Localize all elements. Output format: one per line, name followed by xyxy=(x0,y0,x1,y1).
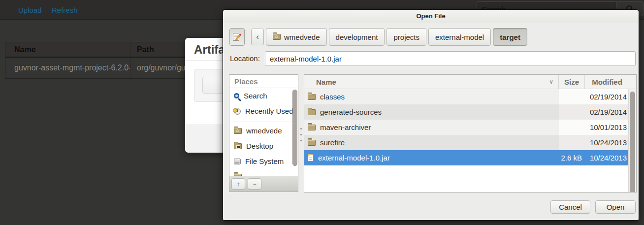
breadcrumb-label: external-model xyxy=(435,33,484,41)
breadcrumb: wmedvede development projects external-m… xyxy=(266,28,527,46)
place-label: Search xyxy=(244,92,267,100)
add-place-button[interactable]: + xyxy=(231,178,245,190)
pane-resize-handle[interactable] xyxy=(300,128,302,146)
open-button[interactable]: Open xyxy=(595,200,636,214)
file-name: generated-sources xyxy=(320,108,382,116)
artifact-name-cell: guvnor-asset-mgmt-project-6.2.0-2014… xyxy=(5,58,130,78)
dialog-title: Open File xyxy=(223,10,639,23)
file-modified: 10/01/2013 xyxy=(585,120,629,135)
chevron-left-icon: ‹ xyxy=(256,32,259,42)
column-label: Modified xyxy=(592,78,622,86)
folder-icon xyxy=(308,140,316,146)
clock-icon xyxy=(234,108,241,115)
file-list-header: Name ∨ Size Modified xyxy=(304,75,636,89)
file-row-maven-archiver[interactable]: maven-archiver 10/01/2013 xyxy=(304,120,629,135)
refresh-link[interactable]: Refresh xyxy=(52,6,78,14)
place-item-wmedvede[interactable]: wmedvede xyxy=(229,123,298,138)
file-row-external-model-jar-selected[interactable]: external-model-1.0.jar 2.6 kB 10/24/2013 xyxy=(304,150,629,165)
breadcrumb-external-model[interactable]: external-model xyxy=(428,28,491,46)
column-header-name[interactable]: Name xyxy=(5,42,130,57)
file-row-classes[interactable]: classes 02/19/2014 xyxy=(304,89,629,104)
place-label: wmedvede xyxy=(246,127,282,135)
home-folder-icon xyxy=(273,34,281,40)
column-header-size[interactable]: Size xyxy=(559,75,585,89)
search-icon xyxy=(234,93,239,98)
remove-place-button[interactable]: − xyxy=(248,178,261,190)
places-list: Places Search Recently Used wmedvede Des… xyxy=(229,75,298,176)
place-label: Desktop xyxy=(246,142,273,150)
breadcrumb-development[interactable]: development xyxy=(329,28,385,46)
folder-icon xyxy=(308,125,316,130)
breadcrumb-wmedvede[interactable]: wmedvede xyxy=(266,28,327,46)
folder-icon xyxy=(234,174,242,176)
place-item-desktop[interactable]: Desktop xyxy=(229,138,298,154)
folder-icon xyxy=(308,109,316,115)
screen: Upload Refresh Name Path guvnor-asset-mg… xyxy=(0,0,644,225)
file-name: external-model-1.0.jar xyxy=(318,154,390,162)
column-header-name[interactable]: Name ∨ xyxy=(304,75,559,89)
home-folder-icon xyxy=(234,128,242,134)
file-modified: 10/24/2013 xyxy=(585,135,629,150)
file-name: surefire xyxy=(320,138,345,147)
file-size xyxy=(559,104,585,120)
pencil-note-icon xyxy=(232,32,242,42)
sort-chevron-icon: ∨ xyxy=(549,75,553,89)
file-modified: 10/24/2013 xyxy=(585,150,629,165)
file-modified: 02/19/2014 xyxy=(585,104,629,120)
drive-icon xyxy=(234,159,241,164)
places-scrollbar[interactable] xyxy=(292,90,297,166)
folder-icon xyxy=(308,94,316,100)
place-item-recently-used[interactable]: Recently Used xyxy=(229,103,298,119)
file-row-generated-sources[interactable]: generated-sources 02/19/2014 xyxy=(304,104,629,120)
file-size xyxy=(559,89,585,104)
place-item-clipped[interactable] xyxy=(229,169,298,176)
open-file-dialog: Open File ‹ wmedvede development xyxy=(223,9,639,221)
file-size: 2.6 kB xyxy=(559,150,585,165)
file-row-surefire[interactable]: surefire 10/24/2013 xyxy=(304,135,629,150)
breadcrumb-label: target xyxy=(500,33,520,41)
file-name: maven-archiver xyxy=(320,123,371,131)
place-item-search[interactable]: Search xyxy=(229,88,298,103)
column-header-modified[interactable]: Modified xyxy=(585,75,629,89)
place-item-file-system[interactable]: File System xyxy=(229,154,298,169)
jar-file-icon xyxy=(308,154,314,161)
file-size xyxy=(559,135,585,150)
file-list-pane: Name ∨ Size Modified classes 02/19/2014 xyxy=(304,74,637,193)
breadcrumb-label: wmedvede xyxy=(284,33,320,41)
cancel-button[interactable]: Cancel xyxy=(550,200,590,214)
location-input[interactable] xyxy=(265,51,636,66)
location-label: Location: xyxy=(230,54,260,63)
type-location-toggle-button[interactable] xyxy=(229,28,245,46)
modal-title: Artifa xyxy=(194,43,225,56)
file-list-scrollbar-trough xyxy=(628,89,636,192)
file-list-scrollbar[interactable] xyxy=(630,92,635,193)
breadcrumb-label: projects xyxy=(393,33,419,41)
file-size xyxy=(559,120,585,135)
file-modified: 02/19/2014 xyxy=(585,89,629,104)
column-label: Size xyxy=(564,78,579,86)
column-label: Name xyxy=(316,78,336,86)
places-header: Places xyxy=(229,75,298,88)
back-button[interactable]: ‹ xyxy=(251,29,264,45)
desktop-folder-icon xyxy=(234,143,242,149)
file-name: classes xyxy=(320,93,345,101)
breadcrumb-projects[interactable]: projects xyxy=(386,28,426,46)
places-pane: Places Search Recently Used wmedvede Des… xyxy=(229,74,298,192)
places-separator xyxy=(230,119,297,122)
place-label: Recently Used xyxy=(245,107,293,115)
places-toolbar: + − xyxy=(229,176,298,192)
breadcrumb-label: development xyxy=(336,33,378,41)
place-label: File System xyxy=(245,157,284,165)
breadcrumb-target[interactable]: target xyxy=(493,28,527,46)
header-filler xyxy=(629,75,636,89)
upload-link[interactable]: Upload xyxy=(18,6,42,14)
